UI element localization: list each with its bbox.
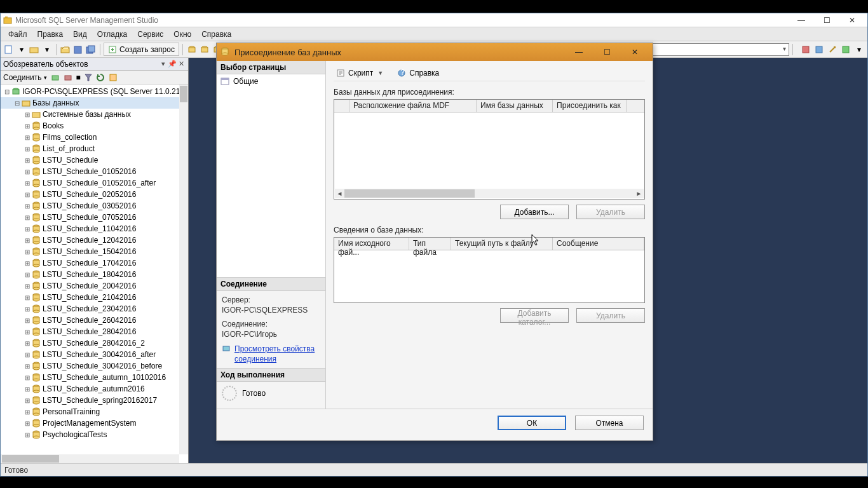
tree-db-node[interactable]: ⊞Films_collection [1,132,188,143]
save-icon[interactable] [72,44,84,55]
svg-rect-17 [843,46,849,53]
minimize-button[interactable]: — [789,14,814,27]
tree-db-node[interactable]: ⊞LSTU_Schedule_07052016 [1,212,188,223]
oe-icon-2[interactable] [64,73,72,82]
tree-db-node[interactable]: ⊞Books [1,120,188,132]
connect-button[interactable]: Соединить ▾ [3,73,47,82]
new-query-button[interactable]: Создать запрос [104,43,179,56]
tree-db-node[interactable]: ⊞LSTU_Schedule_30042016_after [1,349,188,360]
menu-window[interactable]: Окно [168,30,196,39]
tree-db-node[interactable]: ⊞LSTU_Schedule_20042016 [1,280,188,292]
tree-db-node[interactable]: ⊞LSTU_Schedule_17042016 [1,257,188,269]
tree-system-folder[interactable]: ⊞ Системные базы данных [1,109,188,120]
tree-db-label: LSTU_Schedule_30042016_after [43,350,156,359]
tree-db-node[interactable]: ⊞LSTU_Schedule_18042016 [1,269,188,280]
menu-service[interactable]: Сервис [132,30,168,39]
tree-db-node[interactable]: ⊞LSTU_Schedule_03052016 [1,200,188,212]
col-message[interactable]: Сообщение [553,238,644,250]
svg-point-45 [33,196,39,198]
tree-db-label: LSTU_Schedule_15042016 [43,247,136,256]
tree-db-node[interactable]: ⊞LSTU_Schedule_21042016 [1,292,188,303]
db-icon-2[interactable] [199,44,210,55]
pin-icon[interactable]: 📌 [168,60,177,68]
tree-db-node[interactable]: ⊞LSTU_Schedule_15042016 [1,246,188,257]
svg-point-57 [33,241,39,244]
tree-db-node[interactable]: ⊞PersonalTraining [1,406,188,417]
menu-file[interactable]: Файл [3,30,32,39]
oe-icon-5[interactable] [109,73,118,82]
col-attach-as[interactable]: Присоединить как [553,100,627,112]
remove-detail-button[interactable]: Удалить [576,308,645,323]
tool-icon-3[interactable] [827,44,838,55]
script-button[interactable]: Скрипт▼ [334,67,386,79]
tree-databases-folder[interactable]: ⊟ Базы данных [1,97,188,109]
dialog-maximize[interactable]: ☐ [593,45,621,59]
tree-db-node[interactable]: ⊞LSTU_Schedule_02052016 [1,189,188,200]
add-button[interactable]: Добавить... [500,205,569,219]
tree-db-node[interactable]: ⊞LSTU_Schedule_01052016_after [1,177,188,189]
folder-icon[interactable] [29,44,40,55]
close-button[interactable]: ✕ [839,14,865,27]
tree-scrollbar-horizontal[interactable] [1,454,179,463]
object-explorer-tree[interactable]: ⊟ IGOR-PC\SQLEXPRESS (SQL Server 11.0.21… [1,85,188,463]
maximize-button[interactable]: ☐ [814,14,839,27]
col-file-type[interactable]: Тип файла [409,238,451,250]
tree-db-node[interactable]: ⊞LSTU_Schedule_autumn_10102016 [1,372,188,383]
tree-db-label: PsychologicalTests [43,430,107,439]
dropdown-tail[interactable]: ▾ [853,44,865,55]
tool-icon-1[interactable] [800,44,811,55]
tool-icon-4[interactable] [840,44,851,55]
tree-db-node[interactable]: ⊞ProjectManagementSystem [1,417,188,429]
tree-db-node[interactable]: ⊞LSTU_Schedule_12042016 [1,234,188,246]
view-connection-props-link[interactable]: Просмотреть свойства соединения [234,344,320,364]
menu-view[interactable]: Вид [68,30,92,39]
dropdown-icon[interactable]: ▾ [16,44,27,55]
dialog-close[interactable]: ✕ [621,45,649,59]
tree-db-node[interactable]: ⊞LSTU_Schedule_23042016 [1,303,188,315]
save-all-icon[interactable] [85,44,97,55]
tree-db-node[interactable]: ⊞LSTU_Schedule_spring20162017 [1,395,188,406]
db-icon-1[interactable] [186,44,198,55]
tree-scrollbar-vertical[interactable] [179,85,188,454]
tree-db-node[interactable]: ⊞LSTU_Schedule_30042016_before [1,360,188,372]
menu-help[interactable]: Справка [196,30,236,39]
attach-grid[interactable]: Расположение файла MDF Имя базы данных П… [334,99,645,200]
tree-db-node[interactable]: ⊞LSTU_Schedule [1,154,188,166]
panel-dropdown[interactable]: ▾ [159,60,168,68]
database-combo[interactable] [637,43,789,56]
page-general[interactable]: Общие [217,74,325,88]
col-source-filename[interactable]: Имя исходного фай... [334,238,409,250]
oe-filter-icon[interactable] [85,74,92,81]
panel-close-icon[interactable]: ✕ [177,60,186,68]
col-db-name[interactable]: Имя базы данных [477,100,553,112]
tree-db-node[interactable]: ⊞LSTU_Schedule_28042016 [1,326,188,337]
svg-rect-15 [803,46,809,53]
tree-db-node[interactable]: ⊞List_of_product [1,143,188,154]
tree-db-node[interactable]: ⊞LSTU_Schedule_autumn2016 [1,383,188,395]
ok-button[interactable]: ОК [498,416,566,430]
open-icon[interactable] [60,44,71,55]
grid-hscroll[interactable]: ◄► [335,189,644,198]
dropdown-icon-2[interactable]: ▾ [41,44,53,55]
add-catalog-button[interactable]: Добавить каталог... [500,308,569,323]
col-current-path[interactable]: Текущий путь к файлу [451,238,553,250]
oe-refresh-icon[interactable] [96,73,105,82]
tree-db-node[interactable]: ⊞LSTU_Schedule_11042016 [1,223,188,234]
remove-button[interactable]: Удалить [576,205,645,219]
tree-db-node[interactable]: ⊞PsychologicalTests [1,429,188,440]
new-project-icon[interactable] [3,44,15,55]
oe-icon-1[interactable] [51,73,60,82]
tree-db-node[interactable]: ⊞LSTU_Schedule_01052016 [1,166,188,177]
menu-edit[interactable]: Правка [32,30,69,39]
tree-db-node[interactable]: ⊞LSTU_Schedule_26042016 [1,315,188,326]
tool-icon-2[interactable] [813,44,825,55]
menu-debug[interactable]: Отладка [92,30,132,39]
details-grid[interactable]: Имя исходного фай... Тип файла Текущий п… [334,237,645,303]
tree-server-node[interactable]: ⊟ IGOR-PC\SQLEXPRESS (SQL Server 11.0.21… [1,86,188,97]
dialog-minimize[interactable]: — [565,45,593,59]
help-button[interactable]: ? Справка [395,67,442,79]
oe-icon-3[interactable]: ■ [76,73,81,82]
tree-db-node[interactable]: ⊞LSTU_Schedule_28042016_2 [1,337,188,349]
cancel-button[interactable]: Отмена [575,416,644,430]
col-mdf-location[interactable]: Расположение файла MDF [349,100,477,112]
